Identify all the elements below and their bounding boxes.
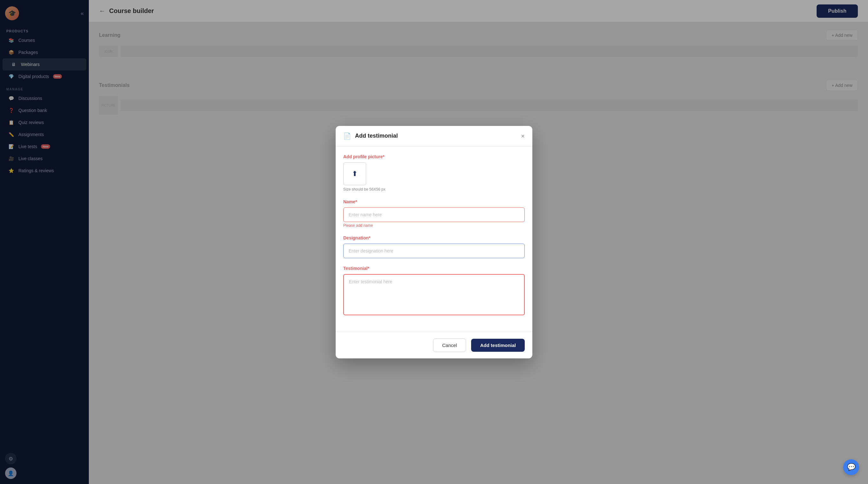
profile-picture-section: Add profile picture* ⬆ Size should be 56… bbox=[343, 154, 525, 192]
designation-label: Designation* bbox=[343, 235, 525, 240]
modal-document-icon: 📄 bbox=[343, 132, 351, 140]
add-testimonial-modal: 📄 Add testimonial × Add profile picture*… bbox=[336, 126, 532, 358]
main-content: ← Course builder Publish Learning + Add … bbox=[89, 0, 868, 484]
modal-close-button[interactable]: × bbox=[521, 133, 525, 139]
profile-picture-label: Add profile picture* bbox=[343, 154, 525, 159]
modal-body: Add profile picture* ⬆ Size should be 56… bbox=[336, 147, 532, 332]
upload-icon: ⬆ bbox=[352, 170, 358, 178]
modal-title-row: 📄 Add testimonial bbox=[343, 132, 398, 140]
modal-overlay[interactable]: 📄 Add testimonial × Add profile picture*… bbox=[0, 0, 868, 484]
add-testimonial-button[interactable]: Add testimonial bbox=[471, 339, 525, 352]
name-label: Name* bbox=[343, 199, 525, 204]
upload-picture-button[interactable]: ⬆ bbox=[343, 162, 366, 185]
designation-section: Designation* bbox=[343, 235, 525, 258]
modal-footer: Cancel Add testimonial bbox=[336, 332, 532, 358]
modal-title: Add testimonial bbox=[355, 133, 398, 139]
name-section: Name* Please add name bbox=[343, 199, 525, 228]
name-error: Please add name bbox=[343, 223, 525, 228]
modal-header: 📄 Add testimonial × bbox=[336, 126, 532, 147]
size-hint: Size should be 56X56 px bbox=[343, 187, 525, 192]
chat-widget-button[interactable]: 💬 bbox=[843, 459, 859, 475]
name-input[interactable] bbox=[343, 207, 525, 222]
chat-icon: 💬 bbox=[847, 463, 856, 471]
testimonial-textarea[interactable] bbox=[343, 274, 525, 315]
cancel-button[interactable]: Cancel bbox=[433, 338, 466, 352]
testimonial-label: Testimonial* bbox=[343, 266, 525, 271]
testimonial-section: Testimonial* bbox=[343, 266, 525, 317]
designation-input[interactable] bbox=[343, 244, 525, 258]
